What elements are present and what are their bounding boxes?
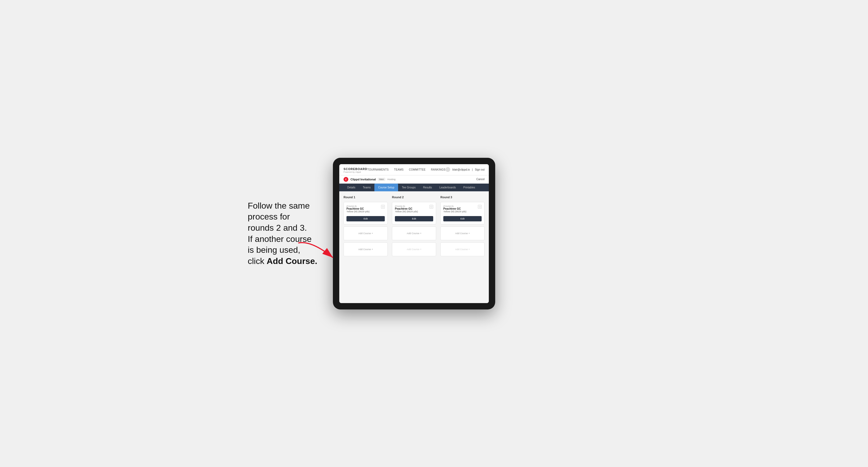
- add-course-card-2b[interactable]: Add Course +: [392, 242, 436, 256]
- instruction-line3: rounds 2 and 3.: [248, 223, 307, 232]
- course-name-2: Peachtree GC: [395, 207, 418, 210]
- edit-course-button-2[interactable]: Edit: [395, 216, 433, 221]
- add-course-label-3b: Add Course +: [455, 248, 470, 251]
- instruction-bold: Add Course.: [267, 256, 317, 266]
- course-card-header-2: (Course A) Peachtree GC Yellow (M) (6629…: [395, 205, 433, 213]
- brand-sub: Powered by clippd: [344, 171, 367, 173]
- instruction-line6: click: [248, 256, 267, 266]
- tab-tee-groups[interactable]: Tee Groups: [398, 184, 420, 191]
- add-course-label-2b: Add Course +: [407, 248, 421, 251]
- round-2-course-card: (Course A) Peachtree GC Yellow (M) (6629…: [392, 202, 436, 224]
- brand: SCOREBOARD Powered by clippd: [344, 166, 367, 173]
- brand-name: SCOREBOARD: [344, 167, 367, 170]
- pipe-separator: |: [472, 168, 473, 171]
- tournament-name-area: C Clippd Invitational Men Hosting: [344, 177, 395, 182]
- course-details-3: Yellow (M) (6629 yds): [443, 210, 466, 213]
- edit-course-button[interactable]: Edit: [346, 216, 385, 221]
- add-course-card-1a[interactable]: Add Course +: [344, 226, 388, 240]
- edit-course-button-3[interactable]: Edit: [443, 216, 482, 221]
- add-course-card-1b[interactable]: Add Course +: [344, 242, 388, 256]
- tab-results[interactable]: Results: [420, 184, 436, 191]
- round-3-column: Round 3 (Course A) Peachtree GC Yellow (…: [440, 195, 485, 256]
- course-name-3: Peachtree GC: [443, 207, 466, 210]
- tablet-screen: SCOREBOARD Powered by clippd TOURNAMENTS…: [339, 164, 489, 303]
- course-details-2: Yellow (M) (6629 yds): [395, 210, 418, 213]
- add-course-card-3a[interactable]: Add Course +: [440, 226, 485, 240]
- sub-nav: C Clippd Invitational Men Hosting Cancel: [339, 175, 489, 184]
- tablet-outer: SCOREBOARD Powered by clippd TOURNAMENTS…: [333, 158, 495, 309]
- nav-rankings[interactable]: RANKINGS: [431, 168, 445, 171]
- course-label: (Course A): [346, 205, 370, 207]
- delete-course-button-3[interactable]: □: [478, 205, 482, 209]
- tab-bar: Details Teams Course Setup Tee Groups Re…: [339, 184, 489, 191]
- course-details: Yellow (M) (6629 yds): [346, 210, 370, 213]
- instruction-line5: is being used,: [248, 245, 300, 255]
- instruction-panel: Follow the same process for rounds 2 and…: [248, 200, 322, 267]
- gender-badge: Men: [378, 178, 385, 181]
- nav-links: TOURNAMENTS TEAMS COMMITTEE RANKINGS: [367, 168, 445, 171]
- sign-out-link[interactable]: Sign out: [475, 168, 485, 171]
- course-card-header: (Course A) Peachtree GC Yellow (M) (6629…: [346, 205, 385, 213]
- main-content: Round 1 (Course A) Peachtree GC Yellow (…: [339, 191, 489, 303]
- course-info-3: (Course A) Peachtree GC Yellow (M) (6629…: [443, 205, 466, 213]
- add-course-card-2a[interactable]: Add Course +: [392, 226, 436, 240]
- tablet-container: SCOREBOARD Powered by clippd TOURNAMENTS…: [333, 158, 495, 309]
- tab-course-setup[interactable]: Course Setup: [374, 184, 398, 191]
- course-label-3: (Course A): [443, 205, 466, 207]
- tab-printables[interactable]: Printables: [460, 184, 479, 191]
- tournament-title: Clippd Invitational: [350, 178, 376, 181]
- course-info-2: (Course A) Peachtree GC Yellow (M) (6629…: [395, 205, 418, 213]
- user-email: blair@clippd.io: [452, 168, 470, 171]
- round-3-title: Round 3: [440, 195, 485, 199]
- page-wrapper: Follow the same process for rounds 2 and…: [248, 158, 620, 309]
- instruction-line2: process for: [248, 212, 290, 221]
- course-info: (Course A) Peachtree GC Yellow (M) (6629…: [346, 205, 370, 213]
- tournament-logo: C: [344, 177, 348, 182]
- instruction-line1: Follow the same: [248, 201, 310, 211]
- nav-committee[interactable]: COMMITTEE: [409, 168, 426, 171]
- rounds-grid: Round 1 (Course A) Peachtree GC Yellow (…: [344, 195, 485, 256]
- round-1-course-card: (Course A) Peachtree GC Yellow (M) (6629…: [344, 202, 388, 224]
- cancel-button[interactable]: Cancel: [476, 178, 485, 181]
- add-course-card-3b[interactable]: Add Course +: [440, 242, 485, 256]
- delete-course-button[interactable]: □: [381, 205, 385, 209]
- nav-tournaments[interactable]: TOURNAMENTS: [367, 168, 389, 171]
- delete-course-button-2[interactable]: □: [430, 205, 433, 209]
- round-2-column: Round 2 (Course A) Peachtree GC Yellow (…: [392, 195, 436, 256]
- round-1-column: Round 1 (Course A) Peachtree GC Yellow (…: [344, 195, 388, 256]
- add-course-label-1b: Add Course +: [358, 248, 373, 251]
- nav-right: blair@clippd.io | Sign out: [445, 167, 485, 172]
- round-1-title: Round 1: [344, 195, 388, 199]
- tab-leaderboards[interactable]: Leaderboards: [436, 184, 460, 191]
- course-card-header-3: (Course A) Peachtree GC Yellow (M) (6629…: [443, 205, 482, 213]
- instruction-line4: If another course: [248, 234, 312, 244]
- tab-details[interactable]: Details: [344, 184, 359, 191]
- nav-teams[interactable]: TEAMS: [394, 168, 404, 171]
- course-name: Peachtree GC: [346, 207, 370, 210]
- hosting-badge: Hosting: [388, 178, 396, 181]
- user-avatar: [445, 167, 450, 172]
- add-course-label-2a: Add Course +: [407, 232, 421, 235]
- tab-teams[interactable]: Teams: [359, 184, 374, 191]
- round-3-course-card: (Course A) Peachtree GC Yellow (M) (6629…: [440, 202, 485, 224]
- top-nav: SCOREBOARD Powered by clippd TOURNAMENTS…: [339, 164, 489, 175]
- add-course-label-3a: Add Course +: [455, 232, 470, 235]
- add-course-label-1a: Add Course +: [358, 232, 373, 235]
- round-2-title: Round 2: [392, 195, 436, 199]
- course-label-2: (Course A): [395, 205, 418, 207]
